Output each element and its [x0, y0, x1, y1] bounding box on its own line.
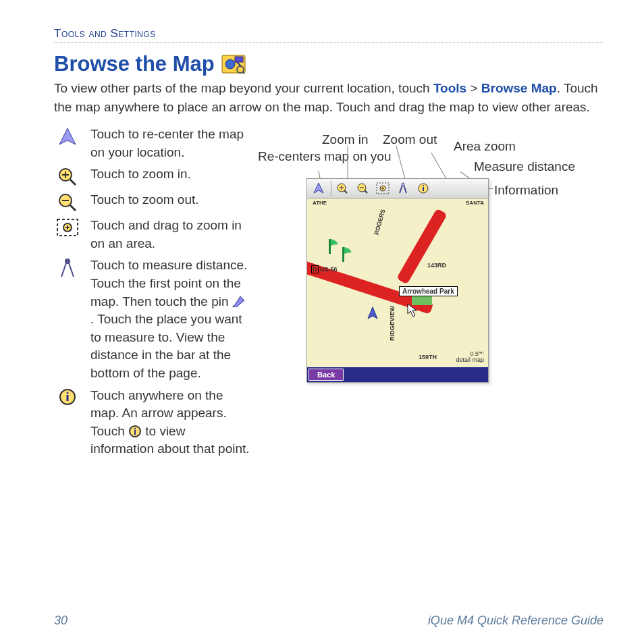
map-toolbar [307, 179, 488, 198]
page-footer: 30 iQue M4 Quick Reference Guide [54, 614, 603, 628]
legend-recenter: Touch to re-center the map on your locat… [54, 126, 250, 161]
map-canvas[interactable]: ATHE SANTA ROGERS D US-56 143RD RIDGEVIE… [307, 198, 488, 367]
user-location-icon [367, 306, 379, 320]
svg-point-39 [423, 185, 424, 186]
legend-zoom-out: Touch to zoom out. [54, 191, 250, 213]
svg-marker-5 [59, 128, 76, 144]
svg-rect-41 [329, 239, 331, 254]
legend-zoom-in: Touch to zoom in. [54, 165, 250, 187]
browse-map-icon [221, 55, 246, 74]
tb-area-zoom-button[interactable] [373, 180, 392, 196]
back-button[interactable]: Back [308, 369, 344, 381]
info-icon [54, 387, 81, 406]
svg-marker-17 [234, 296, 244, 307]
svg-point-23 [134, 428, 136, 429]
page-title-text: Browse the Map [54, 52, 215, 76]
tb-zoom-out-button[interactable] [353, 180, 372, 196]
page-number: 30 [54, 614, 68, 628]
callout-area-zoom: Area zoom [454, 139, 516, 154]
callout-zoom-in: Zoom in [322, 132, 369, 147]
recenter-icon [54, 126, 81, 147]
legend-measure: Touch to measure distance. Touch the fir… [54, 257, 250, 382]
legend-info: Touch anywhere on the map. An arrow appe… [54, 387, 250, 458]
svg-line-29 [344, 190, 347, 193]
section-header: Tools and Settings [54, 27, 603, 43]
info-inline-icon [128, 424, 142, 438]
bottom-bar: Back [307, 367, 488, 382]
callout-recenter: Re-centers map on you [258, 149, 329, 165]
flag-icon [327, 238, 341, 255]
svg-point-20 [67, 392, 69, 394]
browse-map-link: Browse Map [481, 81, 557, 95]
legend-area-zoom: Touch and drag to zoom in on an area. [54, 217, 250, 252]
svg-marker-43 [368, 307, 377, 319]
callout-zoom-out: Zoom out [383, 132, 437, 147]
svg-line-9 [70, 180, 76, 185]
svg-rect-2 [235, 57, 243, 62]
svg-line-18 [233, 306, 234, 307]
tb-info-button[interactable] [414, 180, 433, 196]
svg-line-12 [70, 205, 76, 211]
svg-rect-42 [342, 247, 344, 262]
device-screenshot: ATHE SANTA ROGERS D US-56 143RD RIDGEVIE… [306, 178, 489, 383]
callout-info: Information [494, 183, 558, 198]
pin-icon [232, 294, 247, 308]
cursor-icon [407, 303, 419, 321]
tools-link: Tools [433, 81, 466, 95]
svg-line-32 [365, 190, 367, 193]
icon-legend: Touch to re-center the map on your locat… [54, 126, 250, 462]
svg-marker-25 [314, 183, 323, 193]
svg-rect-24 [134, 430, 136, 435]
flag-icon [341, 246, 354, 263]
tb-measure-button[interactable] [394, 180, 412, 196]
svg-point-1 [225, 59, 235, 69]
guide-title: iQue M4 Quick Reference Guide [428, 614, 603, 628]
map-tooltip: Arrowhead Park [399, 286, 458, 296]
page-title: Browse the Map [54, 52, 603, 76]
intro-paragraph: To view other parts of the map beyond yo… [54, 79, 603, 116]
zoom-in-icon [54, 165, 81, 187]
svg-rect-21 [67, 395, 69, 401]
tb-recenter-button[interactable] [309, 180, 328, 196]
measure-icon [54, 257, 81, 279]
svg-point-37 [402, 183, 404, 186]
callout-measure: Measure distance [474, 159, 575, 174]
svg-rect-40 [423, 187, 424, 191]
tb-zoom-in-button[interactable] [333, 180, 352, 196]
zoom-out-icon [54, 191, 81, 213]
area-zoom-icon [54, 217, 81, 238]
